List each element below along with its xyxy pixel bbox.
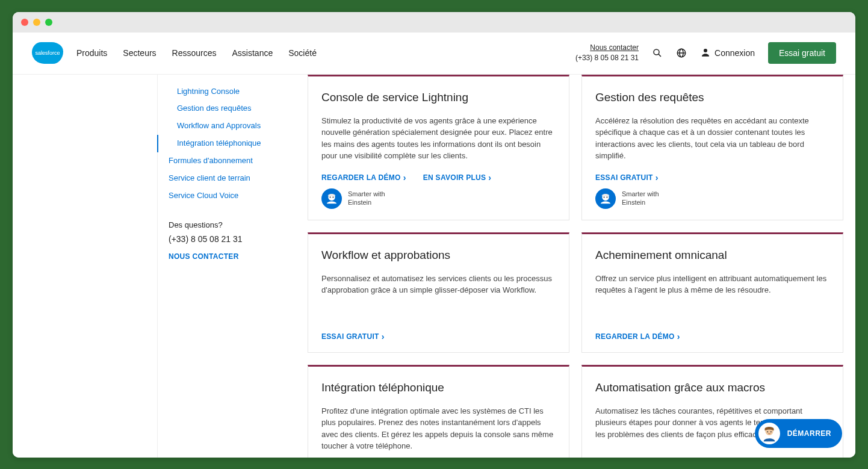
salesforce-logo[interactable]: salesforce (32, 42, 63, 64)
content-area: Lightning Console Gestion des requêtes W… (13, 75, 855, 458)
window-zoom-dot[interactable] (45, 19, 52, 26)
svg-point-14 (770, 431, 772, 432)
card-actions: ESSAI GRATUIT (595, 162, 829, 182)
card-integration-telephonique: Intégration téléphonique Profitez d'une … (308, 365, 569, 458)
nav-assistance[interactable]: Assistance (232, 48, 273, 58)
browser-frame: salesforce Produits Secteurs Ressources … (13, 12, 855, 458)
sidebar-item-formules[interactable]: Formules d'abonnement (169, 152, 285, 170)
questions-contact-link[interactable]: NOUS CONTACTER (169, 252, 239, 261)
svg-point-13 (767, 431, 768, 432)
header-contact: Nous contacter (+33) 8 05 08 21 31 (575, 43, 639, 63)
sidebar-item-service-terrain[interactable]: Service client de terrain (169, 170, 285, 187)
header-right: Nous contacter (+33) 8 05 08 21 31 Conne… (575, 42, 836, 64)
sidebar-item-integration-telephonique[interactable]: Intégration téléphonique (169, 135, 285, 152)
svg-point-0 (654, 49, 659, 55)
sidebar-item-service-cloud-voice[interactable]: Service Cloud Voice (169, 187, 285, 205)
sidebar-questions: Des questions? (+33) 8 05 08 21 31 NOUS … (169, 220, 285, 261)
einstein-icon (321, 188, 342, 209)
nav-produits[interactable]: Produits (76, 48, 107, 58)
user-icon (700, 47, 711, 60)
card-console-lightning: Console de service Lightning Stimulez la… (308, 75, 569, 220)
card-title: Automatisation grâce aux macros (595, 381, 829, 394)
card-title: Console de service Lightning (321, 91, 556, 104)
card-acheminement-omnicanal: Acheminement omnicanal Offrez un service… (581, 232, 843, 353)
card-body: Profitez d'une intégration optimale avec… (321, 405, 556, 452)
sidebar-item-gestion-requetes[interactable]: Gestion des requêtes (169, 100, 285, 117)
card-actions: ESSAI GRATUIT (321, 321, 556, 341)
login-link[interactable]: Connexion (700, 47, 755, 60)
sidebar-item-lightning-console[interactable]: Lightning Console (169, 83, 285, 101)
sidebar: Lightning Console Gestion des requêtes W… (157, 75, 296, 458)
nav-ressources[interactable]: Ressources (172, 48, 217, 58)
free-trial-button[interactable]: Essai gratuit (768, 42, 836, 64)
titlebar (13, 12, 855, 33)
questions-title: Des questions? (169, 220, 285, 229)
card-title: Acheminement omnicanal (595, 249, 829, 262)
card-body: Stimulez la productivité de vos agents g… (321, 115, 556, 162)
search-icon[interactable] (652, 48, 663, 58)
einstein-text: Smarter withEinstein (348, 190, 385, 206)
card-body: Accélérez la résolution des requêtes en … (595, 115, 829, 162)
action-en-savoir-plus[interactable]: EN SAVOIR PLUS (423, 173, 492, 182)
logo-text: salesforce (35, 50, 60, 56)
card-workflow-approbations: Workflow et approbations Personnalisez e… (308, 232, 569, 353)
card-gestion-requetes: Gestion des requêtes Accélérez la résolu… (581, 75, 843, 220)
card-title: Gestion des requêtes (595, 91, 829, 104)
card-title: Intégration téléphonique (321, 381, 556, 394)
globe-icon[interactable] (676, 48, 687, 58)
svg-point-5 (704, 49, 707, 52)
card-actions: REGARDER LA DÉMO EN SAVOIR PLUS (321, 162, 556, 182)
cards-area[interactable]: Console de service Lightning Stimulez la… (296, 75, 855, 458)
window-minimize-dot[interactable] (33, 19, 40, 26)
svg-point-11 (606, 196, 607, 197)
questions-phone: (+33) 8 05 08 21 31 (169, 234, 285, 244)
einstein-icon (595, 188, 616, 209)
einstein-badge: Smarter withEinstein (595, 188, 829, 209)
einstein-badge: Smarter withEinstein (321, 188, 556, 209)
svg-line-1 (659, 54, 661, 57)
card-body: Personnalisez et automatisez les service… (321, 273, 556, 296)
cards-grid: Console de service Lightning Stimulez la… (308, 75, 843, 458)
action-essai-gratuit[interactable]: ESSAI GRATUIT (595, 173, 659, 182)
action-essai-gratuit[interactable]: ESSAI GRATUIT (321, 332, 385, 341)
nav-societe[interactable]: Société (288, 48, 317, 58)
action-regarder-demo[interactable]: REGARDER LA DÉMO (595, 332, 680, 341)
site-header: salesforce Produits Secteurs Ressources … (13, 33, 855, 75)
svg-point-10 (604, 196, 605, 197)
svg-point-8 (332, 196, 333, 197)
contact-phone: (+33) 8 05 08 21 31 (575, 53, 639, 63)
main-nav: Produits Secteurs Ressources Assistance … (76, 48, 317, 58)
nav-secteurs[interactable]: Secteurs (123, 48, 156, 58)
card-body: Offrez un service plus intelligent en at… (595, 273, 829, 296)
card-actions: REGARDER LA DÉMO (595, 321, 829, 341)
action-regarder-demo[interactable]: REGARDER LA DÉMO (321, 173, 406, 182)
svg-point-7 (330, 196, 331, 197)
login-label: Connexion (715, 48, 755, 58)
contact-link[interactable]: Nous contacter (575, 43, 639, 53)
chat-start-button[interactable]: DÉMARRER (755, 419, 842, 448)
chat-avatar-icon (758, 423, 780, 444)
sidebar-item-workflow-approvals[interactable]: Workflow and Approvals (169, 117, 285, 135)
chat-label: DÉMARRER (787, 429, 831, 438)
card-title: Workflow et approbations (321, 249, 556, 262)
window-close-dot[interactable] (21, 19, 28, 26)
einstein-text: Smarter withEinstein (622, 190, 659, 206)
